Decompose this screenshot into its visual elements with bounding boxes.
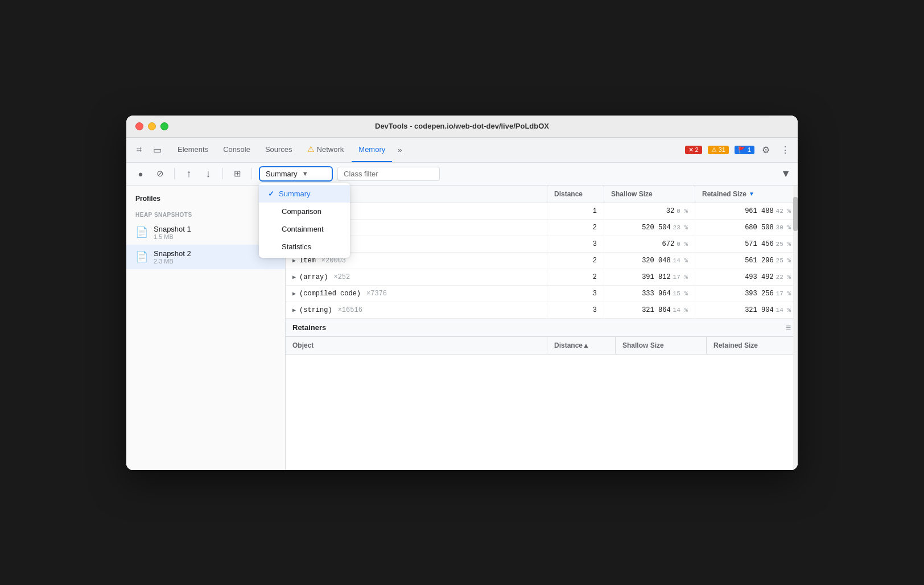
td-retained-5: 393 256 17 %: [695, 286, 798, 302]
tab-memory[interactable]: Memory: [352, 137, 392, 162]
rth-distance[interactable]: Distance▲: [547, 337, 616, 354]
error-count: 2: [695, 146, 699, 153]
dropdown-item-containment[interactable]: Containment: [259, 220, 350, 238]
device-icon[interactable]: ▭: [149, 142, 165, 158]
tab-sources[interactable]: Sources: [258, 137, 299, 162]
dropdown-item-statistics[interactable]: Statistics: [259, 238, 350, 256]
td-retained-3: 561 296 25 %: [695, 253, 798, 269]
row-2-distance: 3: [593, 240, 597, 248]
upload-icon: ↑: [187, 168, 192, 180]
close-button[interactable]: [135, 122, 143, 130]
scrollbar-thumb[interactable]: [793, 197, 798, 231]
tab-elements[interactable]: Elements: [171, 137, 215, 162]
row-3-shallow: 320 048: [642, 257, 670, 265]
expand-icon-3[interactable]: ▶: [292, 257, 296, 264]
row-0-distance: 1: [593, 207, 597, 215]
record-button[interactable]: ●: [133, 166, 148, 181]
download-button[interactable]: ↓: [201, 166, 216, 181]
row-6-name: (string): [299, 306, 332, 314]
td-retained-6: 321 904 14 %: [695, 302, 798, 318]
td-shallow-2: 672 0 %: [604, 236, 695, 252]
td-distance-6: 3: [547, 302, 604, 318]
warn-icon: ⚠: [711, 146, 717, 154]
clear-button[interactable]: ⊘: [152, 166, 167, 181]
rth-shallow[interactable]: Shallow Size: [616, 337, 707, 354]
dropdown-item-summary[interactable]: ✓ Summary: [259, 185, 350, 203]
snapshot-icon-1: 📄: [135, 226, 148, 238]
row-0-retained: 961 488: [745, 207, 773, 215]
summary-select-button[interactable]: Summary ▼: [259, 166, 333, 182]
row-4-retained-pct: 22 %: [776, 274, 791, 281]
td-name-4: ▶ (array) ×252: [286, 269, 547, 285]
row-3-distance: 2: [593, 257, 597, 265]
table-header: Constructor Distance Shallow Size Retain…: [286, 186, 798, 203]
maximize-button[interactable]: [160, 122, 168, 130]
rth-retained[interactable]: Retained Size: [707, 337, 798, 354]
snapshot-size-2: 2.3 MB: [154, 258, 276, 265]
td-distance-3: 2: [547, 253, 604, 269]
row-6-count: ×16516: [338, 306, 362, 314]
row-6-distance: 3: [593, 306, 597, 314]
row-5-name: (compiled code): [299, 290, 361, 298]
column-sort-icon[interactable]: ▼: [781, 168, 791, 180]
tab-network[interactable]: ⚠ Network: [300, 137, 351, 162]
td-retained-0: 961 488 42 %: [695, 203, 798, 219]
th-shallow[interactable]: Shallow Size: [604, 186, 695, 203]
tab-memory-label: Memory: [358, 145, 385, 154]
row-3-retained: 561 296: [745, 257, 773, 265]
error-badge: ✕ 2: [685, 146, 702, 154]
class-filter-input[interactable]: [337, 167, 440, 181]
td-shallow-3: 320 048 14 %: [604, 253, 695, 269]
more-menu-icon[interactable]: ⋮: [777, 142, 793, 158]
scrollbar[interactable]: [793, 186, 798, 470]
minimize-button[interactable]: [148, 122, 156, 130]
row-1-distance: 2: [593, 224, 597, 232]
check-icon: ✓: [268, 189, 274, 198]
row-1-shallow-pct: 23 %: [673, 224, 688, 231]
table-row: ▶ Array ×42 3 672 0 % 571 456 25 %: [286, 236, 798, 253]
row-3-name: Item: [299, 257, 316, 265]
filter-icon: ⊞: [234, 168, 241, 179]
expand-icon-6[interactable]: ▶: [292, 307, 296, 314]
traffic-lights: [135, 122, 168, 130]
th-retained[interactable]: Retained Size ▼: [695, 186, 798, 203]
expand-icon-4[interactable]: ▶: [292, 274, 296, 281]
th-distance[interactable]: Distance: [547, 186, 604, 203]
tab-sources-label: Sources: [265, 145, 292, 154]
rth-object[interactable]: Object: [286, 337, 547, 354]
row-2-retained-pct: 25 %: [776, 241, 791, 248]
rth-distance-label: Distance▲: [554, 341, 589, 349]
td-retained-2: 571 456 25 %: [695, 236, 798, 252]
td-distance-2: 3: [547, 236, 604, 252]
retainers-menu-icon[interactable]: ≡: [786, 323, 791, 333]
expand-icon-5[interactable]: ▶: [292, 290, 296, 297]
row-2-shallow: 672: [662, 240, 675, 248]
toolbar: ● ⊘ ↑ ↓ ⊞ Summary ▼: [126, 163, 798, 186]
inspect-icon[interactable]: ⌗: [131, 142, 147, 158]
dropdown-item-comparison[interactable]: Comparison: [259, 203, 350, 220]
row-0-shallow-pct: 0 %: [676, 208, 688, 215]
row-5-shallow-pct: 15 %: [673, 290, 688, 297]
row-5-retained: 393 256: [745, 290, 773, 298]
summary-select-label: Summary: [266, 170, 298, 178]
tab-console[interactable]: Console: [216, 137, 257, 162]
th-distance-label: Distance: [554, 190, 583, 198]
th-shallow-label: Shallow Size: [611, 190, 653, 198]
row-4-count: ×252: [333, 273, 350, 281]
data-area: Constructor Distance Shallow Size Retain…: [286, 186, 798, 470]
retainers-title: Retainers: [292, 323, 326, 332]
rth-retained-label: Retained Size: [713, 341, 758, 349]
snapshot-size-1: 1.5 MB: [154, 233, 276, 240]
td-shallow-4: 391 812 17 %: [604, 269, 695, 285]
td-distance-1: 2: [547, 220, 604, 236]
main-content: Profiles HEAP SNAPSHOTS 📄 Snapshot 1 1.5…: [126, 186, 798, 470]
upload-button[interactable]: ↑: [182, 166, 196, 181]
rth-object-label: Object: [292, 341, 314, 349]
td-shallow-1: 520 504 23 %: [604, 220, 695, 236]
settings-icon[interactable]: ⚙: [758, 142, 774, 158]
row-5-distance: 3: [593, 290, 597, 298]
tab-more-button[interactable]: »: [393, 146, 406, 154]
filter-button[interactable]: ⊞: [230, 166, 245, 181]
clear-icon: ⊘: [156, 168, 164, 179]
td-distance-4: 2: [547, 269, 604, 285]
